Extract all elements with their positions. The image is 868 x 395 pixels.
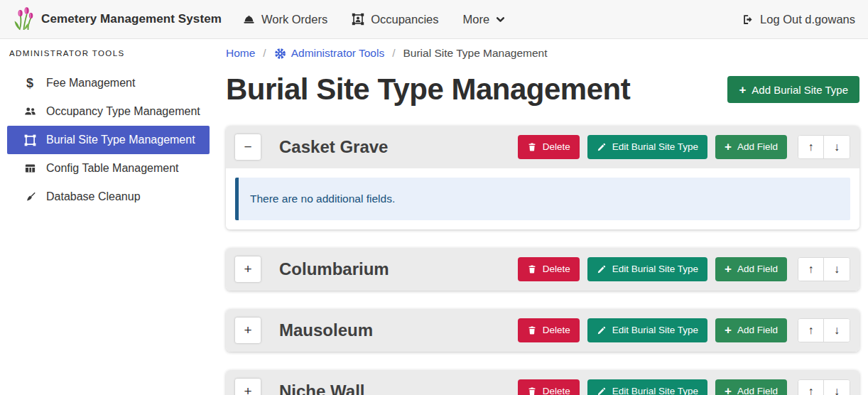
add-field-button[interactable]: + Add Field <box>715 135 787 159</box>
panel-toggle-button[interactable]: + <box>235 318 261 343</box>
nav-work-orders[interactable]: Work Orders <box>243 13 327 26</box>
move-up-button[interactable]: ↑ <box>798 380 824 395</box>
pencil-icon <box>597 386 607 395</box>
panel-actions: Delete Edit Burial Site Type + Add Field <box>518 379 850 395</box>
no-fields-alert-text: There are no additional fields. <box>250 193 395 205</box>
trash-icon <box>527 386 537 395</box>
sidebar-item-label: Fee Management <box>46 77 135 90</box>
logout-icon <box>742 13 754 26</box>
reorder-button-group: ↑ ↓ <box>798 318 850 342</box>
breadcrumb-admin-tools-link[interactable]: Administrator Tools <box>274 47 385 60</box>
edit-burial-site-type-button[interactable]: Edit Burial Site Type <box>587 135 707 159</box>
move-up-button[interactable]: ↑ <box>798 258 824 281</box>
add-field-button[interactable]: + Add Field <box>715 379 787 395</box>
breadcrumb-separator: / <box>392 47 395 60</box>
main-content: Home / Administrator Tools / Burial Site… <box>210 39 868 395</box>
app-title: Cemetery Management System <box>41 12 222 26</box>
nav-occupancies-label: Occupancies <box>371 13 438 26</box>
panel-toggle-glyph: + <box>244 261 251 276</box>
arrow-down-icon: ↓ <box>834 324 840 336</box>
move-down-button[interactable]: ↓ <box>824 136 850 158</box>
nav-more[interactable]: More <box>463 13 506 26</box>
page-title: Burial Site Type Management <box>226 71 630 109</box>
sidebar-item-label: Burial Site Type Management <box>46 134 195 146</box>
breadcrumb-current: Burial Site Type Management <box>403 47 548 60</box>
sidebar-item-database-cleanup[interactable]: Database Cleanup <box>7 183 210 211</box>
move-up-button[interactable]: ↑ <box>798 136 824 158</box>
panel-title: Casket Grave <box>279 137 388 157</box>
add-field-button[interactable]: + Add Field <box>715 257 787 281</box>
delete-button[interactable]: Delete <box>518 257 580 281</box>
move-down-button[interactable]: ↓ <box>824 258 850 281</box>
reorder-button-group: ↑ ↓ <box>798 135 850 159</box>
sidebar-item-config-table-management[interactable]: Config Table Management <box>7 154 210 183</box>
plus-icon: + <box>725 385 732 395</box>
edit-burial-site-type-button[interactable]: Edit Burial Site Type <box>587 318 707 342</box>
sidebar-item-burial-site-type-management[interactable]: Burial Site Type Management <box>7 126 210 154</box>
tulip-logo-icon <box>13 6 34 32</box>
vector-square-icon <box>22 134 38 146</box>
delete-button[interactable]: Delete <box>518 135 580 159</box>
panel-toggle-button[interactable]: + <box>235 256 261 282</box>
sidebar-item-label: Database Cleanup <box>46 190 141 203</box>
top-navbar: Cemetery Management System Work Orders <box>0 0 868 39</box>
arrow-down-icon: ↓ <box>834 385 840 395</box>
dollar-icon: $ <box>22 76 38 91</box>
add-burial-site-type-button[interactable]: + Add Burial Site Type <box>727 76 859 103</box>
panel-actions: Delete Edit Burial Site Type + Add Field <box>518 318 850 342</box>
move-down-button[interactable]: ↓ <box>824 380 850 395</box>
plus-icon: + <box>739 84 746 96</box>
delete-button[interactable]: Delete <box>518 318 580 342</box>
delete-button-label: Delete <box>543 141 570 152</box>
delete-button[interactable]: Delete <box>518 379 580 395</box>
panel-title: Mausoleum <box>279 320 373 340</box>
breadcrumb-home-link[interactable]: Home <box>226 47 255 60</box>
nav-work-orders-label: Work Orders <box>261 13 327 26</box>
panel-toggle-button[interactable]: − <box>235 134 261 160</box>
pencil-icon <box>597 264 607 274</box>
panel-actions: Delete Edit Burial Site Type + Add Field <box>518 135 850 159</box>
edit-burial-site-type-button[interactable]: Edit Burial Site Type <box>587 379 707 395</box>
trash-icon <box>527 264 537 274</box>
edit-button-label: Edit Burial Site Type <box>612 386 698 395</box>
pencil-icon <box>597 325 607 335</box>
no-fields-alert: There are no additional fields. <box>235 178 850 220</box>
edit-burial-site-type-button[interactable]: Edit Burial Site Type <box>587 257 707 281</box>
arrow-up-icon: ↑ <box>808 141 814 153</box>
app-brand[interactable]: Cemetery Management System <box>13 6 222 32</box>
nav-occupancies[interactable]: Occupancies <box>352 13 438 26</box>
move-down-button[interactable]: ↓ <box>824 319 850 342</box>
occupancy-frame-icon <box>352 13 364 26</box>
sidebar-item-label: Occupancy Type Management <box>46 105 200 118</box>
plus-icon: + <box>725 324 732 336</box>
delete-button-label: Delete <box>543 386 570 395</box>
add-field-button[interactable]: + Add Field <box>715 318 787 342</box>
breadcrumb: Home / Administrator Tools / Burial Site… <box>226 47 859 60</box>
navbar-menu: Work Orders Occupancies More <box>243 13 505 26</box>
add-field-button-label: Add Field <box>737 141 778 152</box>
panel-toggle-glyph: + <box>244 384 251 395</box>
sidebar-item-label: Config Table Management <box>46 162 179 175</box>
panel-toggle-glyph: − <box>244 139 251 154</box>
move-up-button[interactable]: ↑ <box>798 319 824 342</box>
burial-site-type-panel: + Niche Wall Delete <box>226 370 859 395</box>
add-field-button-label: Add Field <box>737 386 778 395</box>
hard-hat-icon <box>243 13 255 26</box>
panel-list: − Casket Grave Delete <box>226 126 859 395</box>
panel-toggle-button[interactable]: + <box>235 379 261 395</box>
panel-header: − Casket Grave Delete <box>226 126 859 168</box>
nav-more-label: More <box>463 13 490 26</box>
logout-link[interactable]: Log Out d.gowans <box>742 13 855 26</box>
burial-site-type-panel: − Casket Grave Delete <box>226 126 859 229</box>
panel-body: There are no additional fields. <box>226 168 859 229</box>
panel-title: Niche Wall <box>279 382 364 395</box>
delete-button-label: Delete <box>543 325 570 335</box>
table-icon <box>22 163 38 174</box>
gear-icon <box>274 48 286 60</box>
delete-button-label: Delete <box>543 264 570 274</box>
arrow-up-icon: ↑ <box>808 385 814 395</box>
sidebar-item-occupancy-type-management[interactable]: Occupancy Type Management <box>7 97 210 126</box>
plus-icon: + <box>725 263 732 275</box>
breadcrumb-separator: / <box>263 47 266 60</box>
sidebar-item-fee-management[interactable]: $ Fee Management <box>7 69 210 97</box>
